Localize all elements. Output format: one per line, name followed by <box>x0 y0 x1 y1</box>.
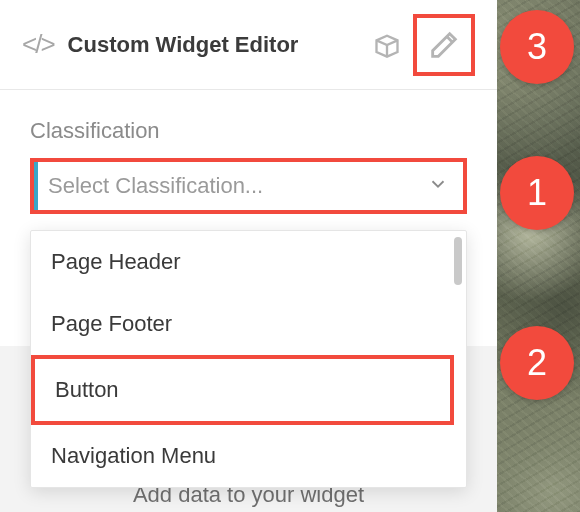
page-title: Custom Widget Editor <box>68 32 299 58</box>
map-preview: 3 1 2 <box>497 0 580 512</box>
scrollbar-thumb[interactable] <box>454 237 462 285</box>
option-page-footer[interactable]: Page Footer <box>31 293 458 355</box>
classification-label: Classification <box>30 118 467 144</box>
classification-placeholder: Select Classification... <box>48 173 427 199</box>
editor-panel: </> Custom Widget Editor Classification … <box>0 0 497 512</box>
callout-3: 3 <box>500 10 574 84</box>
classification-dropdown: Page Header Page Footer Button Navigatio… <box>30 230 467 488</box>
callout-2: 2 <box>500 326 574 400</box>
option-button[interactable]: Button <box>31 355 454 425</box>
code-icon: </> <box>22 29 54 60</box>
classification-select[interactable]: Select Classification... <box>30 158 467 214</box>
callout-1: 1 <box>500 156 574 230</box>
select-focus-accent <box>34 162 38 210</box>
package-icon[interactable] <box>371 31 403 59</box>
classification-section: Classification Select Classification... <box>0 90 497 214</box>
edit-button[interactable] <box>413 14 475 76</box>
option-navigation-menu[interactable]: Navigation Menu <box>31 425 458 487</box>
editor-header: </> Custom Widget Editor <box>0 0 497 90</box>
chevron-down-icon <box>427 173 449 199</box>
editor-body: Classification Select Classification... … <box>0 90 497 512</box>
option-page-header[interactable]: Page Header <box>31 231 458 293</box>
